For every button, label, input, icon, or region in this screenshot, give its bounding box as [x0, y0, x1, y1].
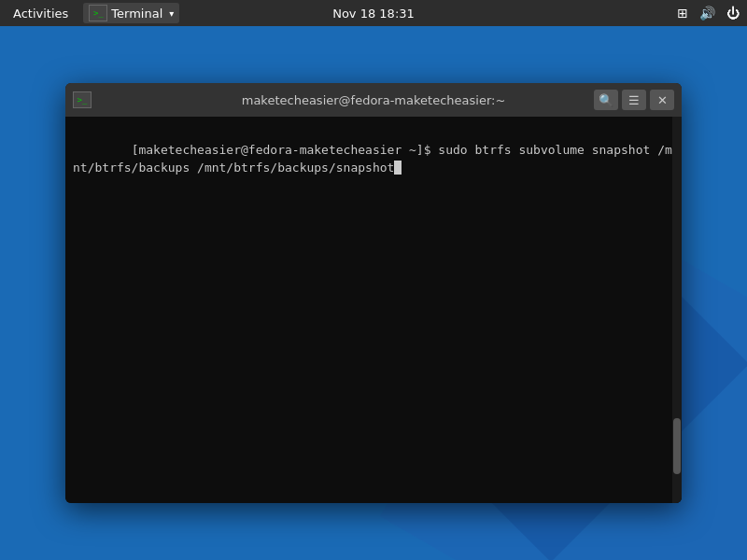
close-button[interactable]: ✕	[650, 90, 674, 110]
terminal-taskbar-label: Terminal	[111, 7, 162, 21]
terminal-content[interactable]: [maketecheasier@fedora-maketecheasier ~]…	[65, 117, 682, 503]
datetime-label: Nov 18 18:31	[332, 7, 415, 21]
terminal-window-icon: >_	[73, 91, 92, 108]
power-icon[interactable]: ⏻	[726, 6, 740, 21]
chevron-down-icon: ▾	[169, 8, 174, 19]
taskbar-terminal-button[interactable]: >_ Terminal ▾	[83, 3, 179, 23]
network-icon[interactable]: ⊞	[677, 6, 688, 21]
terminal-prompt: [maketecheasier@fedora-maketecheasier ~]…	[73, 143, 672, 175]
top-panel: Activities >_ Terminal ▾ Nov 18 18:31 ⊞ …	[0, 0, 747, 26]
search-button[interactable]: 🔍	[594, 90, 618, 110]
titlebar-controls: 🔍 ☰ ✕	[594, 90, 674, 110]
top-panel-datetime: Nov 18 18:31	[332, 7, 415, 21]
terminal-taskbar-icon: >_	[89, 5, 107, 21]
menu-button[interactable]: ☰	[622, 90, 646, 110]
terminal-window: >_ maketecheasier@fedora-maketecheasier:…	[65, 83, 682, 503]
scrollbar-thumb[interactable]	[673, 418, 681, 474]
titlebar-left: >_	[73, 91, 92, 108]
window-title: maketecheasier@fedora-maketecheasier:~	[242, 93, 506, 107]
terminal-titlebar: >_ maketecheasier@fedora-maketecheasier:…	[65, 83, 682, 117]
terminal-scrollbar[interactable]	[672, 117, 682, 503]
top-panel-right: ⊞ 🔊 ⏻	[677, 6, 740, 21]
activities-label: Activities	[13, 7, 68, 21]
terminal-line-1: [maketecheasier@fedora-maketecheasier ~]…	[73, 122, 674, 195]
desktop-area: >_ maketecheasier@fedora-maketecheasier:…	[0, 26, 747, 560]
terminal-cursor	[394, 161, 402, 175]
activities-button[interactable]: Activities	[7, 5, 74, 22]
volume-icon[interactable]: 🔊	[699, 6, 715, 21]
top-panel-left: Activities >_ Terminal ▾	[7, 3, 179, 23]
